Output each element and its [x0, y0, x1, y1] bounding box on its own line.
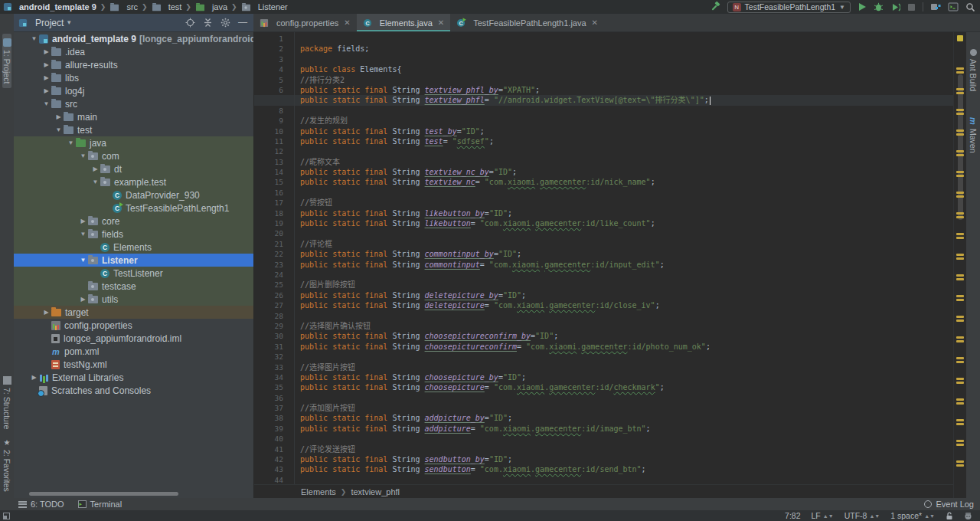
warning-stripe-mark[interactable]	[956, 274, 964, 277]
chevron-right-icon[interactable]: ▶	[41, 61, 51, 68]
tree-item-listener[interactable]: ▼Listener	[14, 254, 253, 267]
code-line[interactable]: public static final String likebutton= "…	[294, 218, 953, 228]
code-line[interactable]: public static final String commontinput=…	[294, 260, 953, 270]
code-line[interactable]: //赞按钮	[294, 198, 953, 208]
code-line[interactable]: //发生的规划	[294, 116, 953, 126]
terminal-toolwindow-button[interactable]: ▸ Terminal	[78, 500, 122, 509]
chevron-right-icon[interactable]: ▶	[41, 87, 51, 94]
code-line[interactable]	[294, 106, 953, 116]
tree-item-testlistener[interactable]: TestListener	[14, 267, 253, 280]
code-line[interactable]	[294, 434, 953, 444]
code-line[interactable]	[294, 311, 953, 321]
code-line[interactable]	[294, 54, 953, 64]
code-line[interactable]: public static final String sendbutton_by…	[294, 454, 953, 464]
tab-config-properties[interactable]: config.properties✕	[253, 14, 357, 31]
close-icon[interactable]: ✕	[344, 18, 350, 27]
code-line[interactable]	[294, 34, 953, 44]
code-line[interactable]: public static final String choosepicture…	[294, 382, 953, 392]
code-line[interactable]: public static final String commontinput_…	[294, 249, 953, 259]
chevron-down-icon[interactable]: ▼	[66, 19, 72, 26]
search-everywhere-icon[interactable]	[965, 2, 975, 12]
chevron-down-icon[interactable]: ▼	[29, 35, 39, 42]
tree-item-pom-xml[interactable]: pom.xml	[14, 345, 253, 358]
code-line[interactable]: public class Elements{	[294, 64, 953, 74]
close-icon[interactable]: ✕	[438, 18, 444, 27]
project-panel-title[interactable]: Project	[35, 18, 64, 28]
editor-breadcrumb-item[interactable]: Elements	[301, 487, 336, 496]
tree-item-elements[interactable]: Elements	[14, 241, 253, 254]
project-structure-icon[interactable]	[930, 2, 941, 11]
tree-item-external-libraries[interactable]: ▶External Libraries	[14, 371, 253, 384]
code-area[interactable]: package fields;public class Elements{//排…	[294, 32, 953, 484]
locate-file-icon[interactable]	[185, 18, 195, 28]
warning-stripe-mark[interactable]	[956, 129, 964, 132]
warning-stripe-mark[interactable]	[956, 316, 964, 318]
tree-item-example-test[interactable]: ▼example.test	[14, 175, 253, 188]
code-line[interactable]: package fields;	[294, 44, 953, 54]
code-line[interactable]: //排行分类2	[294, 75, 953, 85]
inspection-status-icon[interactable]	[957, 35, 963, 41]
code-line[interactable]: public static final String textview_nc_b…	[294, 167, 953, 177]
tab-elements-java[interactable]: Elements.java✕	[357, 14, 450, 31]
run-button[interactable]	[858, 2, 867, 11]
tree-item-idea[interactable]: ▶.idea	[14, 45, 253, 58]
warning-stripe-mark[interactable]	[956, 192, 964, 194]
tree-item-utils[interactable]: ▶utils	[14, 293, 253, 306]
lock-icon[interactable]	[946, 512, 953, 520]
error-stripe-scrollbar[interactable]	[953, 32, 966, 498]
code-line[interactable]: public static final String test_by="ID";	[294, 126, 953, 136]
tree-item-longce-appiumforandroid-iml[interactable]: longce_appiumforandroid.iml	[14, 332, 253, 345]
chevron-right-icon[interactable]: ▶	[41, 309, 51, 316]
warning-stripe-mark[interactable]	[956, 336, 964, 339]
tree-item-test[interactable]: ▼test	[14, 123, 253, 136]
tree-item-fields[interactable]: ▼fields	[14, 228, 253, 241]
chevron-right-icon[interactable]: ▶	[54, 113, 64, 120]
warning-stripe-mark[interactable]	[956, 171, 964, 173]
tree-item-testfeasiblepathlength1[interactable]: TestFeasiblePathLength1	[14, 202, 253, 215]
chevron-down-icon[interactable]: ▼	[78, 231, 88, 238]
collapse-all-icon[interactable]	[203, 18, 213, 28]
close-icon[interactable]: ✕	[592, 18, 598, 27]
tree-item-libs[interactable]: ▶libs	[14, 71, 253, 84]
code-line[interactable]	[294, 146, 953, 156]
status-1-space[interactable]: 1 space*▲▼	[890, 511, 935, 520]
chevron-right-icon[interactable]: ▶	[78, 296, 88, 303]
code-line[interactable]	[294, 393, 953, 403]
run-with-coverage-button[interactable]	[890, 2, 900, 12]
code-line[interactable]: public static final String test= "sdfsef…	[294, 136, 953, 146]
code-line[interactable]: //评论框	[294, 239, 953, 249]
breadcrumb-item-listener[interactable]: Listener	[241, 2, 288, 11]
code-line[interactable]: //选择图片按钮	[294, 362, 953, 372]
code-line[interactable]: public static final String textview_nc= …	[294, 177, 953, 187]
stop-button[interactable]	[907, 3, 916, 11]
chevron-down-icon[interactable]: ▼	[41, 100, 51, 107]
toolwindow-switcher-icon[interactable]	[3, 513, 10, 519]
status-utf-8[interactable]: UTF-8▲▼	[844, 511, 880, 520]
todo-toolwindow-button[interactable]: 6: TODO	[18, 500, 64, 509]
tree-item-allure-results[interactable]: ▶allure-results	[14, 58, 253, 71]
build-hammer-icon[interactable]	[710, 2, 720, 12]
tree-item-src[interactable]: ▼src	[14, 97, 253, 110]
code-line[interactable]	[294, 475, 953, 484]
warning-stripe-mark[interactable]	[956, 460, 964, 463]
tree-item-testcase[interactable]: testcase	[14, 280, 253, 293]
code-line[interactable]	[294, 228, 953, 238]
toolwindow-button-2-favorites[interactable]: ★2: Favorites	[2, 434, 11, 496]
tree-item-dataprovider-930[interactable]: DataProvider_930	[14, 188, 253, 202]
warning-stripe-mark[interactable]	[956, 398, 964, 401]
warning-stripe-mark[interactable]	[956, 419, 964, 421]
hide-panel-icon[interactable]: —	[238, 18, 247, 28]
status-7-82[interactable]: 7:82	[785, 511, 800, 520]
tree-item-config-properties[interactable]: config.properties	[14, 319, 253, 332]
chevron-right-icon[interactable]: ▶	[29, 374, 39, 381]
code-line[interactable]	[294, 188, 953, 198]
warning-stripe-mark[interactable]	[956, 212, 964, 215]
code-line[interactable]	[294, 270, 953, 280]
chevron-down-icon[interactable]: ▼	[78, 152, 88, 159]
code-line[interactable]: public static final String choosepicture…	[294, 331, 953, 341]
toolwindow-button-7-structure[interactable]: 7: Structure	[2, 372, 11, 434]
breadcrumb-item-test[interactable]: test	[152, 2, 182, 11]
toolwindow-button-ant-build[interactable]: Ant Build	[969, 44, 978, 96]
warning-stripe-mark[interactable]	[956, 67, 964, 70]
chevron-right-icon[interactable]: ▶	[90, 165, 100, 172]
